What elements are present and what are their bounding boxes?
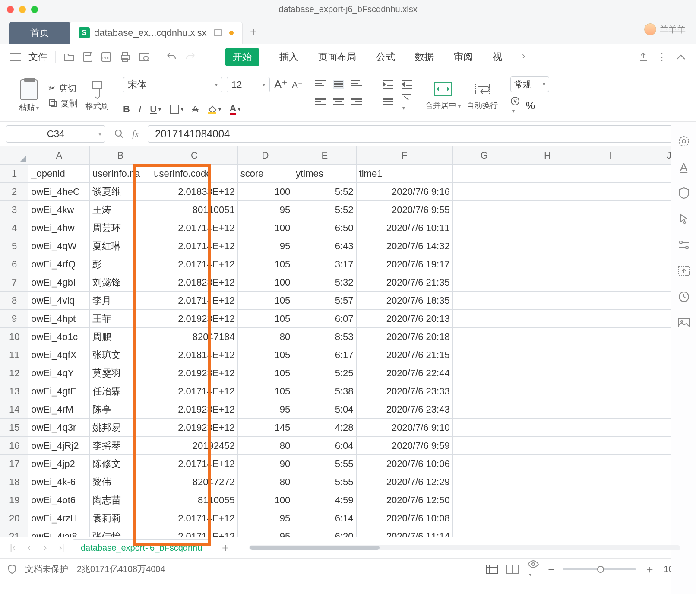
cell[interactable]: time1	[356, 165, 452, 183]
minimize-icon[interactable]	[19, 6, 26, 13]
cell[interactable]: 5:38	[293, 382, 356, 400]
maximize-icon[interactable]	[31, 6, 38, 13]
cell[interactable]	[452, 219, 516, 237]
cell[interactable]: owEi_4vlq	[28, 292, 90, 310]
cell[interactable]	[452, 292, 516, 310]
cell[interactable]: 100	[237, 219, 293, 237]
cell[interactable]: 2020/7/6 14:32	[356, 237, 452, 255]
align-right-icon[interactable]	[351, 98, 362, 107]
table-row[interactable]: 12owEi_4qY莫雯羽2.01923E+121055:252020/7/6 …	[0, 364, 696, 382]
col-header[interactable]: F	[356, 146, 452, 165]
cell[interactable]: 李摇琴	[90, 437, 151, 455]
cell[interactable]: owEi_4o1c	[28, 328, 90, 346]
cell[interactable]: 夏红琳	[90, 237, 151, 255]
cell[interactable]: 2020/7/6 10:11	[356, 219, 452, 237]
table-row[interactable]: 7owEi_4gbI刘懿锋2.01823E+121005:322020/7/6 …	[0, 273, 696, 292]
file-menu[interactable]: 文件	[28, 51, 47, 64]
cell[interactable]	[516, 419, 579, 437]
cell[interactable]: 6:04	[293, 437, 356, 455]
cell[interactable]: 2.01923E+12	[151, 419, 238, 437]
cell[interactable]: 2020/7/6 9:59	[356, 437, 452, 455]
bold-button[interactable]: B	[123, 104, 130, 115]
fill-color-button[interactable]: ▾	[207, 105, 221, 114]
align-middle-icon[interactable]	[333, 80, 344, 89]
cell[interactable]: 6:17	[293, 346, 356, 364]
table-row[interactable]: 13owEi_4gtE任冶霖2.01714E+121055:382020/7/6…	[0, 382, 696, 400]
table-row[interactable]: 4owEi_4hw周芸环2.01714E+121006:502020/7/6 1…	[0, 219, 696, 237]
font-color-button[interactable]: A▾	[230, 104, 241, 115]
cell[interactable]: 2.01823E+12	[151, 273, 238, 292]
add-sheet-button[interactable]: ＋	[215, 540, 235, 555]
cell[interactable]: 95	[237, 509, 293, 527]
name-box[interactable]: C34▾	[6, 125, 105, 143]
percent-icon[interactable]: %	[526, 100, 535, 112]
cell[interactable]	[452, 183, 516, 201]
cell[interactable]	[579, 328, 642, 346]
cell[interactable]: 2.01714E+12	[151, 382, 238, 400]
cell[interactable]: 6:43	[293, 237, 356, 255]
cell[interactable]: 95	[237, 237, 293, 255]
underline-button[interactable]: U▾	[150, 104, 161, 115]
cell[interactable]	[516, 219, 579, 237]
view-normal-icon[interactable]	[486, 565, 498, 574]
sheet-next-icon[interactable]: ›	[40, 543, 51, 552]
cell[interactable]: 80	[237, 328, 293, 346]
cell[interactable]	[579, 273, 642, 292]
cell[interactable]: owEi_4ot6	[28, 491, 90, 509]
cell[interactable]	[452, 328, 516, 346]
fx-icon[interactable]: fx	[132, 128, 139, 140]
cell[interactable]: 2020/7/6 19:17	[356, 255, 452, 273]
cell[interactable]: owEi_4jai8	[28, 527, 90, 537]
cell[interactable]: owEi_4jRj2	[28, 437, 90, 455]
cell[interactable]: 2020/7/6 18:35	[356, 292, 452, 310]
cell[interactable]: owEi_4hw	[28, 219, 90, 237]
cell[interactable]: owEi_4heC	[28, 183, 90, 201]
cell[interactable]	[516, 310, 579, 328]
cell[interactable]: 5:52	[293, 183, 356, 201]
cell[interactable]: 6:14	[293, 509, 356, 527]
cell[interactable]: 2020/7/6 9:55	[356, 201, 452, 219]
paste-button[interactable]: 粘贴▾	[16, 74, 42, 117]
cell[interactable]: owEi_4jp2	[28, 455, 90, 473]
font-name-select[interactable]: 宋体▾	[123, 77, 222, 92]
row-header[interactable]: 12	[0, 364, 28, 382]
table-row[interactable]: 1_openiduserInfo.nauserInfo.codescoreyti…	[0, 165, 696, 183]
zoom-slider[interactable]	[563, 568, 636, 570]
table-row[interactable]: 9owEi_4hpt王菲2.01923E+121056:072020/7/6 2…	[0, 310, 696, 328]
cell[interactable]: 2020/7/6 11:14	[356, 527, 452, 537]
zoom-fx-icon[interactable]	[114, 129, 124, 139]
cell[interactable]	[516, 491, 579, 509]
cell[interactable]: owEi_4gtE	[28, 382, 90, 400]
tab-formula[interactable]: 公式	[376, 48, 395, 66]
col-header[interactable]: H	[516, 146, 579, 165]
zoom-out-icon[interactable]: −	[548, 563, 554, 575]
cell[interactable]: 谈夏维	[90, 183, 151, 201]
tab-review[interactable]: 审阅	[454, 48, 473, 66]
row-header[interactable]: 11	[0, 346, 28, 364]
row-header[interactable]: 13	[0, 382, 28, 400]
cell[interactable]	[516, 165, 579, 183]
add-tab-button[interactable]: ＋	[243, 19, 264, 44]
row-header[interactable]: 8	[0, 292, 28, 310]
row-header[interactable]: 17	[0, 455, 28, 473]
cell[interactable]: 2020/7/6 9:16	[356, 183, 452, 201]
table-row[interactable]: 20owEi_4rzH袁莉莉2.01714E+12956:142020/7/6 …	[0, 509, 696, 527]
cell[interactable]: _openid	[28, 165, 90, 183]
cell[interactable]	[579, 183, 642, 201]
cell[interactable]: 82047272	[151, 473, 238, 491]
cell[interactable]: 2.01714E+12	[151, 455, 238, 473]
row-header[interactable]: 14	[0, 400, 28, 419]
cell[interactable]	[579, 364, 642, 382]
cell[interactable]	[452, 473, 516, 491]
cell[interactable]: owEi_4qW	[28, 237, 90, 255]
cell[interactable]	[452, 273, 516, 292]
copy-button[interactable]: 复制	[48, 98, 78, 109]
cell[interactable]	[579, 527, 642, 537]
sheet-first-icon[interactable]: |‹	[7, 543, 18, 552]
table-row[interactable]: 17owEi_4jp2陈修文2.01714E+12905:552020/7/6 …	[0, 455, 696, 473]
cell[interactable]: 105	[237, 346, 293, 364]
row-header[interactable]: 20	[0, 509, 28, 527]
cell[interactable]: 刘懿锋	[90, 273, 151, 292]
zoom-in-icon[interactable]: ＋	[645, 562, 655, 576]
cell[interactable]: 任冶霖	[90, 382, 151, 400]
